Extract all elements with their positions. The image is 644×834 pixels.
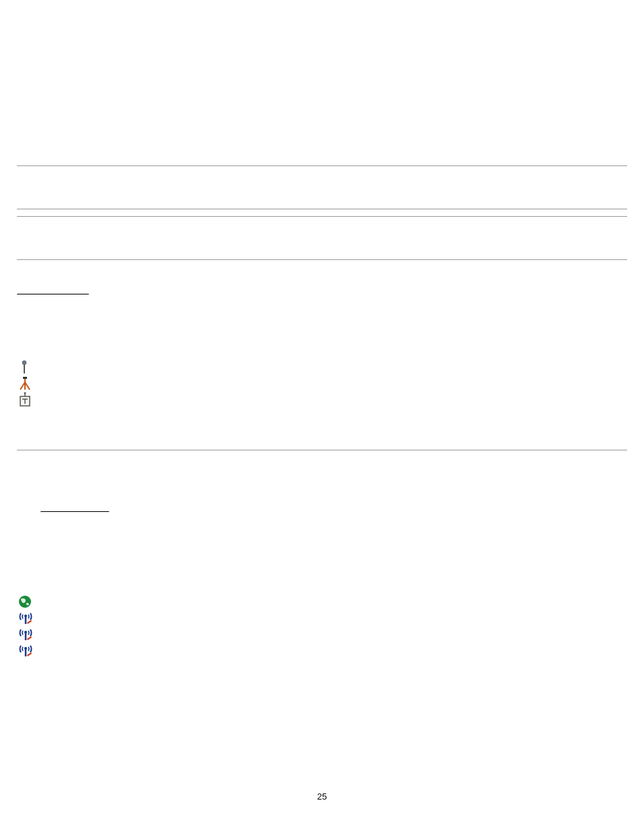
tripod-icon (18, 376, 32, 391)
svg-point-16 (24, 631, 27, 633)
document-page: 25 (0, 0, 644, 834)
svg-point-14 (24, 615, 27, 617)
antenna-icon (18, 643, 33, 658)
svg-point-0 (22, 361, 26, 365)
svg-rect-6 (23, 377, 27, 379)
svg-line-3 (20, 382, 25, 390)
antenna-icon (18, 610, 33, 625)
icon-row-antenna-2 (17, 626, 627, 642)
icon-row-pin (17, 359, 627, 375)
globe-icon (18, 595, 32, 608)
page-number: 25 (0, 791, 644, 802)
icon-row-antenna-1 (17, 610, 627, 626)
antenna-icon (18, 627, 33, 642)
box-t-icon (18, 392, 32, 407)
icon-row-box (17, 392, 627, 408)
svg-point-18 (24, 647, 27, 650)
svg-line-4 (25, 382, 30, 390)
svg-point-8 (24, 392, 26, 394)
icon-row-antenna-3 (17, 642, 627, 658)
icon-row-tripod (17, 375, 627, 392)
icon-row-globe (17, 594, 627, 610)
pin-icon (18, 360, 30, 375)
